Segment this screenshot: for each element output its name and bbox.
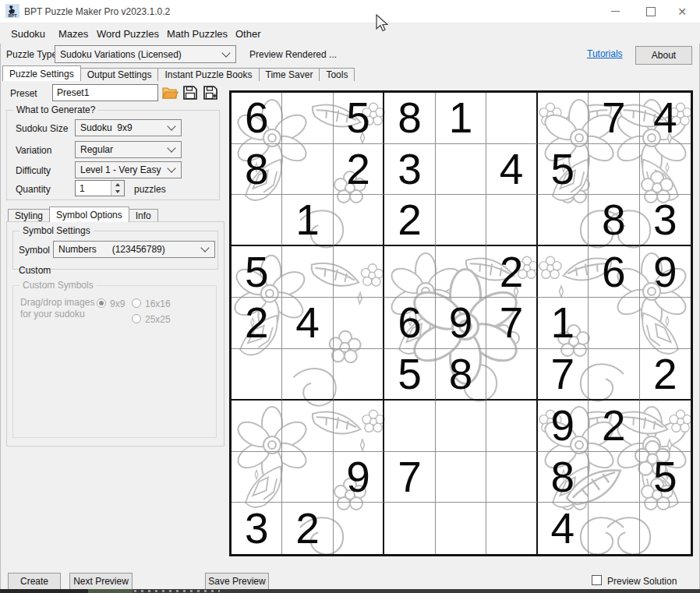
create-button[interactable]: Create <box>8 573 61 590</box>
save-as-preset-button[interactable] <box>201 83 219 101</box>
tab-styling[interactable]: Styling <box>8 209 50 222</box>
close-button[interactable]: ✕ <box>669 0 695 23</box>
sudoku-cell <box>334 298 384 349</box>
mouse-cursor <box>376 14 388 33</box>
sudoku-cell: 4 <box>486 144 537 196</box>
sudoku-cell <box>589 144 639 196</box>
preset-value: Preset1 <box>57 87 89 98</box>
radio-16x16-label: 16x16 <box>145 298 171 309</box>
spin-up-button[interactable] <box>111 181 124 189</box>
sudoku-cell <box>436 246 486 298</box>
sudoku-cell <box>486 452 537 503</box>
sudoku-cell: 8 <box>384 93 435 144</box>
main-window: BPT BPT Puzzle Maker Pro v2023.1.0.2 ✕ S… <box>0 0 700 593</box>
arrow-down-icon <box>115 190 120 193</box>
sudoku-cell <box>640 144 691 196</box>
sudoku-cell: 4 <box>640 93 691 144</box>
sudoku-cell: 8 <box>589 195 639 246</box>
sudoku-cell: 9 <box>640 246 691 298</box>
difficulty-select[interactable]: Level 1 - Very Easy <box>75 161 182 178</box>
sudoku-cell <box>232 401 282 452</box>
app-icon: BPT <box>5 4 19 18</box>
sudoku-cell: 4 <box>282 298 333 349</box>
puzzle-type-label: Puzzle Type <box>6 49 57 60</box>
variation-label: Variation <box>16 145 51 156</box>
taskbar-icons-hint <box>134 590 220 592</box>
sudoku-cell <box>486 195 537 246</box>
puzzle-type-value: Sudoku Variations (Licensed) <box>60 49 182 60</box>
sudoku-cell <box>640 503 691 554</box>
sudoku-cell: 2 <box>589 401 639 452</box>
arrow-up-icon <box>115 183 120 186</box>
custom-symbols-hint-line1: Drag/drop images <box>20 297 94 308</box>
menu-item-word-puzzles[interactable]: Word Puzzles <box>97 28 159 40</box>
chevron-down-icon <box>167 143 175 152</box>
custom-label: Custom <box>19 265 51 276</box>
tab-output-settings[interactable]: Output Settings <box>80 68 159 81</box>
radio-9x9-label: 9x9 <box>110 298 125 309</box>
sudoku-cell <box>436 503 486 554</box>
save-preview-button[interactable]: Save Preview <box>205 573 269 590</box>
tab-info[interactable]: Info <box>129 209 158 222</box>
preview-status: Preview Rendered ... <box>249 49 337 60</box>
chevron-down-icon <box>200 243 209 252</box>
sudoku-cell <box>589 349 639 401</box>
preset-label: Preset <box>10 88 37 99</box>
open-folder-icon <box>162 86 179 100</box>
sudoku-cell <box>538 246 589 298</box>
tab-time-saver[interactable]: Time Saver <box>259 68 320 81</box>
open-preset-button[interactable] <box>161 83 179 101</box>
sudoku-cell <box>384 503 435 554</box>
variation-select[interactable]: Regular <box>75 141 182 158</box>
minimize-button[interactable] <box>602 0 628 23</box>
save-preset-button[interactable] <box>181 83 199 101</box>
sudoku-cell: 2 <box>640 349 691 401</box>
sudoku-cell: 3 <box>232 503 282 554</box>
symbol-value: Numbers (123456789) <box>58 244 165 255</box>
sudoku-cell <box>282 246 333 298</box>
radio-9x9[interactable] <box>97 298 106 308</box>
sudoku-cell <box>486 93 537 144</box>
menu-item-sudoku[interactable]: Sudoku <box>11 28 45 40</box>
sudoku-size-select[interactable]: Sudoku 9x9 <box>75 119 182 136</box>
quantity-spinner-buttons <box>111 181 124 196</box>
preset-input[interactable]: Preset1 <box>52 84 158 101</box>
main-tab-strip: Puzzle Settings Output Settings Instant … <box>2 65 354 81</box>
svg-text:BPT: BPT <box>9 13 18 18</box>
about-button[interactable]: About <box>635 46 692 65</box>
sudoku-cell <box>436 195 486 246</box>
tab-symbol-options[interactable]: Symbol Options <box>49 206 129 222</box>
puzzle-type-select[interactable]: Sudoku Variations (Licensed) <box>55 45 236 63</box>
custom-symbols-title: Custom Symbols <box>19 280 97 291</box>
preview-solution-checkbox[interactable] <box>592 575 602 585</box>
sudoku-cell: 5 <box>384 349 435 401</box>
sudoku-cell <box>334 503 384 554</box>
sudoku-cell <box>436 452 486 503</box>
sudoku-cell <box>334 195 384 246</box>
tutorials-link[interactable]: Tutorials <box>587 48 623 59</box>
radio-25x25[interactable] <box>132 314 141 323</box>
radio-16x16[interactable] <box>132 298 141 308</box>
title-bar: BPT BPT Puzzle Maker Pro v2023.1.0.2 ✕ <box>0 0 700 23</box>
sudoku-preview: 65817482345128352692469715872929785324 <box>229 90 693 556</box>
tab-instant-puzzle-books[interactable]: Instant Puzzle Books <box>157 68 259 81</box>
sudoku-cell: 6 <box>384 298 435 349</box>
save-icon <box>182 85 198 101</box>
sudoku-cell <box>282 144 333 196</box>
menu-item-other[interactable]: Other <box>235 28 261 40</box>
sudoku-cell: 5 <box>232 246 282 298</box>
tab-puzzle-settings[interactable]: Puzzle Settings <box>2 65 81 81</box>
quantity-stepper[interactable]: 1 <box>75 180 125 196</box>
maximize-button[interactable] <box>638 0 664 23</box>
next-preview-button[interactable]: Next Preview <box>69 573 133 590</box>
sudoku-cell: 2 <box>334 144 384 196</box>
symbol-select[interactable]: Numbers (123456789) <box>53 241 215 258</box>
sudoku-cell <box>486 401 537 452</box>
menu-item-math-puzzles[interactable]: Math Puzzles <box>167 28 228 40</box>
sudoku-cell <box>232 195 282 246</box>
minimize-icon <box>611 11 620 12</box>
sudoku-size-label: Sudoku Size <box>16 123 68 134</box>
menu-item-mazes[interactable]: Mazes <box>58 28 88 40</box>
spin-down-button[interactable] <box>111 189 124 196</box>
tab-tools[interactable]: Tools <box>319 68 355 81</box>
